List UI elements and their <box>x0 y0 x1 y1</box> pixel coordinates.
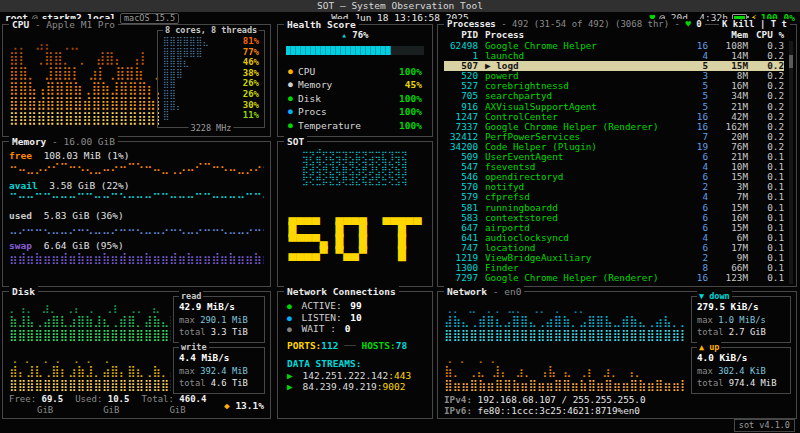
disk-percent-value: 13.1% <box>235 400 264 411</box>
sot-wave-art: ⣒⡲⣚⢖⡲⣒⢲⡒⣖⡲⢒⣒⡖⢲⣒⡲⣺⢵⡻⣪⢽⡺⣝⢾⡫⣺⢽⡪⣻⢮⡺⣽⣗⡽⣺⢝⣮⡳⣟⢵… <box>278 148 432 188</box>
connection-state-row: ● LISTEN: 10 <box>287 312 426 324</box>
disk-write-max: 392.4 MiB <box>200 366 248 376</box>
processes-panel: Processes - 492 (31-54 of 492) (3068 thr… <box>437 24 797 287</box>
disk-used-label: Used: <box>75 394 102 404</box>
hosts-count: 78 <box>396 340 407 351</box>
state-label: ACTIVE: <box>302 300 342 311</box>
cpu-cores-label: 8 cores, 8 threads <box>163 25 259 35</box>
process-row[interactable]: 747 locationd 6 17M 0.1 <box>444 243 784 253</box>
stream-ip: 84.239.49.219 <box>302 381 376 392</box>
column-pid[interactable]: PID <box>444 29 478 40</box>
disk-percent-stat: ◆ 13.1% <box>224 400 264 411</box>
processes-hotkeys: K kill | T t <box>719 19 790 30</box>
memory-title-sub: - 16.00 GiB <box>52 136 115 147</box>
process-name: fseventsd <box>478 162 686 172</box>
zombie-heart-icon: ♥ <box>685 19 690 29</box>
health-item-value: 100% <box>399 65 422 78</box>
connections-panel-title: Network Connections <box>284 286 399 297</box>
process-row[interactable]: 7297 Google Chrome Helper (Renderer) 16 … <box>444 273 784 283</box>
cpu-histogram-row: ⣿⣿⡀ ⣸⣿⣿⡇ ⣰⡇⢀⣿⣿⣷ ⢀⣿⡇ <box>9 65 159 80</box>
connection-state-list: ● ACTIVE: 99 ● LISTEN: 10 ● WAIT : 0 <box>287 300 426 335</box>
memory-metric-list: free 108.03 MiB (1%) ⠒⠤⣀⡠⠔⠊⠉⠒⠢⢄⣀⠤⠔⠒⠉⠑⠒⠤⣀… <box>9 150 264 270</box>
disk-read-total-label: total <box>179 327 205 337</box>
disk-write-graph-row: ⣿⣿⣿⣿⣿⣿⣿⣿⣿⣿⣿⣿⣿⣿⣿⣿⣿⣿⣿⣿⣿⣿⣿⣿ <box>9 378 171 392</box>
cpu-core-bar: ⣿⣿ <box>163 89 233 100</box>
processes-title-text: Processes <box>447 19 496 29</box>
ipv4-label: IPv4: <box>444 394 472 405</box>
network-down-total-label: total <box>697 327 723 337</box>
state-value: 99 <box>350 300 361 311</box>
process-pid: 579 <box>444 192 478 202</box>
sot-logo: ▄▄▄▄ ▄▄▄▄ ▄▄▄▄▄█ █ █ █ ▀▀▀▀▄ █ █ █ ▄▄▄▄▀… <box>278 212 432 260</box>
network-up-total: 974.4 MiB <box>729 378 777 388</box>
cpu-core-percent: 11% <box>233 110 259 121</box>
connection-state-row: ● WAIT : 0 <box>287 323 426 335</box>
disk-usage-stats: Free: 69.5 GiB Used: 10.5 GiB Total: 460… <box>9 394 264 416</box>
sot-panel: SOT ⣒⡲⣚⢖⡲⣒⢲⡒⣖⡲⢒⣒⡖⢲⣒⡲⣺⢵⡻⣪⢽⡺⣝⢾⡫⣺⢽⡪⣻⢮⡺⣽⣗⡽⣺⢝… <box>277 141 433 287</box>
process-pid: 7297 <box>444 273 478 283</box>
stream-arrow-icon: ▶ <box>287 381 293 392</box>
connection-state-row: ● ACTIVE: 99 <box>287 300 426 312</box>
process-name: Google Chrome Helper (Renderer) <box>478 273 686 283</box>
cpu-core-row: ⣿⣿⣿⣿⣿⣿⣄ 81% <box>158 36 264 47</box>
state-value: 0 <box>345 323 351 334</box>
cpu-core-row: ⣿ 11% <box>158 110 264 121</box>
process-scrollbar[interactable] <box>789 41 793 284</box>
app-titlebar: SOT — System Observation Tool <box>0 0 800 12</box>
disk-write-total-label: total <box>179 378 205 388</box>
process-row[interactable]: 507 ▶ logd 5 15M 0.2 <box>444 61 784 71</box>
cpu-histogram-row: ⢀⡀ ⣠⡄ ⢀⣀ <box>9 35 159 50</box>
health-item-value: 100% <box>399 92 422 105</box>
stream-ip: 142.251.222.142 <box>302 370 388 381</box>
process-row[interactable]: 579 cfprefsd 4 7M 0.1 <box>444 192 784 202</box>
processes-panel-title: Processes - 492 (31-54 of 492) (3068 thr… <box>444 19 705 30</box>
data-stream-list: ▶ 142.251.222.142:443 ▶ 84.239.49.219:90… <box>287 370 426 393</box>
health-item: ● Procs 100% <box>288 105 422 118</box>
disk-free-unit: GiB <box>9 405 63 416</box>
cpu-histogram-row: ⣿⣿⣧⢠⣿⣿⣿⣷⢀⣿⣷⣸⣿⣿⣿⡆⣸⣿⡇ <box>9 80 159 95</box>
memory-metric-label: swap <box>9 240 32 251</box>
cpu-core-bar: ⣿⣿⣿ <box>163 68 233 79</box>
process-row[interactable]: 570 notifyd 2 3M 0.1 <box>444 182 784 192</box>
process-row[interactable]: 546 opendirectoryd 6 15M 0.1 <box>444 172 784 182</box>
column-cpu[interactable]: CPU % <box>748 29 784 40</box>
process-name: UserEventAgent <box>478 152 686 162</box>
health-score-value: 76% <box>352 30 368 40</box>
sot-wave-row: ⠵⠪⠭⠗⠮⠵⠫⠽⠮⠳⠯⠵⠭⠪⠵⠺ <box>278 178 432 188</box>
cpu-frequency: 3228 MHz <box>189 123 234 133</box>
sot-logo-row: ▄▄▄▄▀ ▀▄▄▀ █ <box>278 248 432 260</box>
process-name: Google Chrome Helper <box>478 41 686 51</box>
process-row[interactable]: 647 airportd 6 15M 0.1 <box>444 223 784 233</box>
health-dot-icon: ● <box>288 92 298 105</box>
health-score-bar <box>286 46 424 55</box>
os-version-chip: macOS 15.5 <box>120 13 179 24</box>
cpu-histogram-row: ⣿⡇ ⢀⣿⣿⡀ ⡀ ⣼⣿⡄ ⢠⡇ <box>9 50 159 65</box>
disk-write-speed: 4.4 MiB/s <box>179 352 261 365</box>
network-up-graph-row: ⢀ ⡀ ⢀ ⡀ <box>444 350 684 364</box>
cpu-histogram: ⢀⡀ ⣠⡄ ⢀⣀ ⣿⡇ ⢀⣿⣿⡀ ⡀ ⣼⣿⡄ ⢠⡇⣿⣿⡀ ⣸⣿⣿⡇ ⣰⡇⢀⣿⣿⣷… <box>9 35 159 129</box>
network-up-speed: 4.0 KiB/s <box>697 352 787 365</box>
cpu-core-percent: 26% <box>233 89 259 100</box>
stream-port: :443 <box>388 370 411 381</box>
network-up-total-label: total <box>697 378 723 388</box>
disk-read-graph: ⡀⢠⡀ ⣰⡀ ⢀⡄ ⡀ ⢀⡆ ⢀⡀ ⣄ ⣷⣸⣧⢀⣴⣿⣇⣰⣿⣷⣸⣆⢀⣾⣿⡀⣼⣷⣄⣿… <box>9 300 171 344</box>
process-name: ViewBridgeAuxiliary <box>478 253 686 263</box>
disk-write-graph: ⢀ ⡀ ⢀ ⡀ ⢀ ⡀ ⢀ ⣾⡄⣸⣇⢀⣿⡆⣰⣷⣸⡀⣴⣿⡄⣿⣆⢀⣷⡀⣼⡆⣸⣿⣿⣿⣿… <box>9 350 171 392</box>
ports-hosts-row: PORTS:112 ── HOSTS:78 <box>287 340 426 352</box>
disk-read-graph-row: ⣿⣿⣿⣿⣿⣿⣿⣿⣿⣿⣿⣿⣿⣿⣿⣿⣿⣿⣿⣿⣿⣿⣿⣿ <box>9 328 171 342</box>
network-up-max-label: max <box>697 366 713 376</box>
network-down-graph: ⢀⡀ ⣀ ⢀⢀ ⣀⡀ ⢀⡀ ⡀ ⢀⡀ ⣼⣷⣄⢀⣾⣿⣆⣠⣿⣿⣄⢀⣴⣿⣷⡀⣠⣿⣿⣧⣀… <box>444 300 684 344</box>
process-scrollbar-thumb[interactable] <box>789 55 793 68</box>
cpu-cores-box: 8 cores, 8 threads ⣿⣿⣿⣿⣿⣿⣄ 81% ⣿⣿⣿⣿⣿⣿ 77… <box>157 30 265 128</box>
column-process[interactable]: Process <box>478 29 686 40</box>
column-mem[interactable]: Mem <box>708 29 748 40</box>
process-name: locationd <box>478 243 686 253</box>
memory-metric-graph: ⣀⡠⠤⠤⢄⣀⣀⡠⠤⢄⣀⣀⡠⠤⠤⢄⣀⣀⡠⠤⢄⣀⡠⠤⠤⢄⣀⣀⡠⠤⢄⣀⣀⡠⠤⠤⢄⣀⣀⡀ <box>9 221 264 235</box>
state-label: WAIT : <box>302 323 336 334</box>
app-title: SOT — System Observation Tool <box>317 0 483 11</box>
process-name: launchd <box>478 51 686 61</box>
network-up-graph-row: ⣿⣶⣶⣿⣷⣶⣿⣿⣷⣶⣿⣶⣶⣿⣿⣶⣷⣿⣶⣿⣶⣶⣿⣷⣶⣿⣶⣶⣷⣶⣿⣶⣿⣶⣶⣷⣶⣿ <box>444 378 684 392</box>
health-item: ● CPU 100% <box>288 65 422 78</box>
health-item-label: Disk <box>298 92 399 105</box>
health-item: ● Disk 100% <box>288 92 422 105</box>
